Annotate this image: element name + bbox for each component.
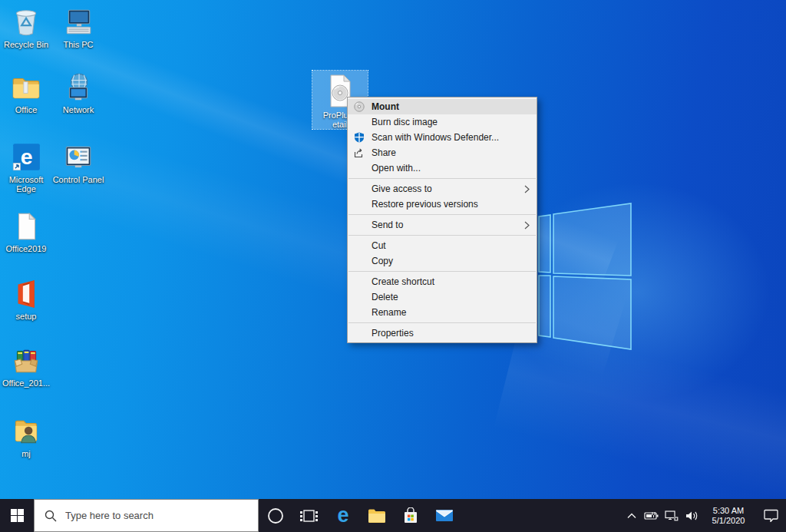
menu-item-label: Scan with Windows Defender...	[372, 132, 499, 143]
desktop-icon-label: Office_201...	[0, 378, 52, 388]
file-explorer-button[interactable]	[360, 499, 394, 532]
menu-item-mount[interactable]: Mount	[348, 99, 537, 114]
desktop-icon-office-folder[interactable]: Office	[0, 71, 52, 114]
share-icon	[352, 147, 366, 159]
context-menu: Mount Burn disc image Scan with Windows …	[347, 97, 537, 343]
menu-item-rename[interactable]: Rename	[348, 305, 537, 320]
file-explorer-icon	[368, 508, 386, 524]
menu-item-label: Copy	[372, 256, 393, 266]
empty-icon-space	[352, 219, 366, 231]
edge-icon: e	[10, 141, 42, 173]
task-view-button[interactable]	[292, 499, 326, 532]
menu-item-give-access-to[interactable]: Give access to	[348, 181, 537, 197]
user-folder-icon	[10, 415, 42, 448]
desktop-icon-label: setup	[0, 312, 52, 321]
notification-icon	[764, 509, 778, 522]
desktop-icon-label: Network	[52, 105, 104, 114]
desktop-icon-microsoft-edge[interactable]: e Microsoft Edge	[0, 141, 52, 193]
empty-icon-space	[352, 162, 366, 174]
desktop-icon-network[interactable]: Network	[52, 71, 104, 114]
desktop-icon-label: Microsoft Edge	[0, 175, 52, 193]
menu-item-label: Give access to	[372, 183, 432, 194]
menu-item-label: Rename	[372, 307, 406, 318]
tray-battery-button[interactable]	[642, 511, 662, 520]
desktop-icon-label: mj	[0, 449, 52, 458]
windows-desktop: Recycle Bin This PC Office	[0, 0, 786, 532]
desktop-icon-office-box[interactable]: Office_201...	[0, 345, 52, 388]
taskbar: e	[0, 499, 786, 532]
desktop-icon-setup[interactable]: setup	[0, 278, 52, 321]
tray-volume-button[interactable]	[682, 511, 702, 521]
disc-icon	[352, 101, 366, 113]
start-button[interactable]	[0, 499, 34, 532]
task-view-icon	[300, 508, 319, 524]
desktop-icon-label: Control Panel	[52, 175, 104, 184]
recycle-bin-icon	[10, 6, 42, 38]
windows-defender-icon	[352, 131, 366, 144]
desktop-background[interactable]: Recycle Bin This PC Office	[0, 0, 786, 499]
edge-icon: e	[337, 505, 348, 526]
empty-icon-space	[352, 291, 366, 303]
ethernet-network-icon	[665, 511, 679, 521]
desktop-icon-label: Office	[0, 105, 52, 114]
tray-network-button[interactable]	[662, 511, 682, 521]
menu-item-label: Restore previous versions	[372, 199, 478, 210]
menu-item-create-shortcut[interactable]: Create shortcut	[348, 274, 537, 289]
mail-button[interactable]	[428, 499, 461, 532]
menu-item-open-with[interactable]: Open with...	[348, 160, 537, 176]
network-icon	[62, 71, 94, 104]
menu-item-delete[interactable]: Delete	[348, 289, 537, 305]
empty-icon-space	[352, 255, 366, 267]
this-pc-icon	[62, 6, 94, 38]
windows-start-icon	[11, 509, 24, 522]
empty-icon-space	[352, 276, 366, 288]
menu-item-label: Burn disc image	[372, 117, 438, 127]
office-setup-icon	[10, 278, 42, 310]
menu-item-cut[interactable]: Cut	[348, 238, 537, 253]
battery-icon	[644, 511, 659, 520]
menu-separator	[348, 271, 536, 272]
action-center-button[interactable]	[755, 509, 786, 522]
cortana-button[interactable]	[259, 499, 292, 532]
microsoft-store-button[interactable]	[394, 499, 428, 532]
box-with-books-icon	[10, 345, 42, 377]
desktop-icon-mj-folder[interactable]: mj	[0, 415, 52, 458]
desktop-icon-control-panel[interactable]: Control Panel	[52, 141, 104, 184]
store-icon	[402, 507, 419, 524]
menu-separator	[348, 235, 536, 236]
menu-item-restore-previous-versions[interactable]: Restore previous versions	[348, 197, 537, 212]
tray-clock[interactable]: 5:30 AM 5/1/2020	[705, 506, 752, 526]
speaker-icon	[685, 511, 698, 521]
menu-item-label: Open with...	[372, 163, 421, 173]
menu-item-label: Cut	[372, 240, 386, 251]
menu-item-send-to[interactable]: Send to	[348, 217, 537, 233]
desktop-icon-office2019-file[interactable]: Office2019	[0, 210, 52, 253]
menu-item-properties[interactable]: Properties	[348, 325, 537, 341]
taskbar-search-box[interactable]	[34, 499, 259, 532]
menu-item-label: Create shortcut	[372, 276, 434, 287]
cortana-icon	[267, 507, 284, 524]
control-panel-icon	[62, 141, 94, 173]
chevron-up-icon	[627, 513, 636, 519]
menu-item-label: Properties	[372, 328, 414, 339]
menu-item-burn-disc-image[interactable]: Burn disc image	[348, 114, 537, 130]
empty-icon-space	[352, 116, 366, 128]
menu-item-label: Share	[372, 147, 396, 158]
menu-separator	[348, 322, 536, 323]
menu-item-copy[interactable]: Copy	[348, 253, 537, 269]
desktop-icon-recycle-bin[interactable]: Recycle Bin	[0, 6, 52, 49]
desktop-icon-label: This PC	[52, 40, 104, 49]
submenu-chevron-icon	[524, 185, 530, 193]
menu-item-share[interactable]: Share	[348, 145, 537, 160]
tray-show-hidden-icons-button[interactable]	[622, 513, 642, 519]
desktop-icon-label: Recycle Bin	[0, 40, 52, 49]
system-tray: 5:30 AM 5/1/2020	[622, 499, 786, 532]
submenu-chevron-icon	[524, 221, 530, 230]
edge-taskbar-button[interactable]: e	[326, 499, 360, 532]
menu-item-scan-with-windows-defender[interactable]: Scan with Windows Defender...	[348, 130, 537, 145]
menu-separator	[348, 178, 536, 179]
search-input[interactable]	[65, 510, 242, 521]
desktop-icon-this-pc[interactable]: This PC	[52, 6, 104, 49]
svg-text:e: e	[21, 144, 33, 169]
menu-item-label: Delete	[372, 292, 398, 302]
